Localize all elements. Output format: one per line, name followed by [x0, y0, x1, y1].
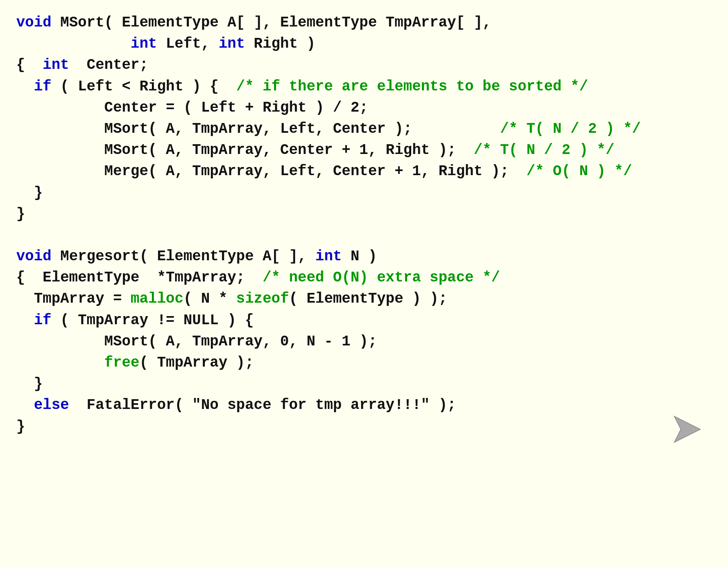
code-line-l4: if ( Left < Right ) { /* if there are el… — [16, 76, 712, 97]
code-line-l17: free( TmpArray ); — [16, 352, 712, 374]
code-line-l12: void Mergesort( ElementType A[ ], int N … — [16, 246, 712, 267]
code-line-l14: TmpArray = malloc( N * sizeof( ElementTy… — [16, 288, 712, 310]
code-line-l6: MSort( A, TmpArray, Left, Center ); /* T… — [16, 119, 712, 140]
code-line-l5: Center = ( Left + Right ) / 2; — [16, 97, 712, 119]
arrow-decoration — [671, 413, 704, 446]
code-line-l11 — [16, 225, 712, 246]
code-line-l7: MSort( A, TmpArray, Center + 1, Right );… — [16, 140, 712, 161]
code-display: void MSort( ElementType A[ ], ElementTyp… — [16, 12, 712, 437]
code-line-l18: } — [16, 374, 712, 395]
svg-marker-0 — [674, 416, 700, 442]
code-line-l2: int Left, int Right ) — [16, 33, 712, 55]
code-line-l16: MSort( A, TmpArray, 0, N - 1 ); — [16, 331, 712, 352]
code-line-l19: else FatalError( "No space for tmp array… — [16, 395, 712, 416]
code-line-l13: { ElementType *TmpArray; /* need O(N) ex… — [16, 267, 712, 288]
code-line-l10: } — [16, 204, 712, 225]
code-line-l15: if ( TmpArray != NULL ) { — [16, 310, 712, 331]
code-line-l3: { int Center; — [16, 55, 712, 76]
code-line-l20: } — [16, 416, 712, 437]
code-line-l8: Merge( A, TmpArray, Left, Center + 1, Ri… — [16, 161, 712, 182]
code-content: void MSort( ElementType A[ ], ElementTyp… — [16, 12, 712, 437]
code-line-l9: } — [16, 182, 712, 204]
code-line-l1: void MSort( ElementType A[ ], ElementTyp… — [16, 12, 712, 33]
